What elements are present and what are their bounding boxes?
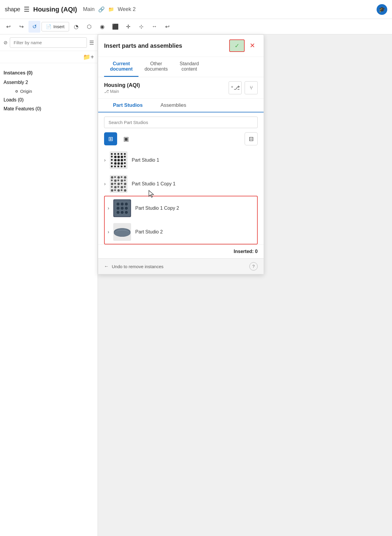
main-area: ⊘ ☰ 📁+ Instances (0) Assembly 2 Origin L… (0, 34, 392, 536)
list-item[interactable]: › Part Studio 1 (101, 148, 261, 172)
hamburger-icon[interactable]: ☰ (24, 6, 30, 13)
sphere-button[interactable]: ◉ (96, 21, 108, 33)
list-view-button[interactable]: ▣ (119, 132, 133, 145)
studio-4-name: Part Studio 2 (135, 229, 163, 235)
undo-bar: ← Undo to remove instances ? (98, 258, 264, 274)
studio-3-thumbnail (113, 199, 131, 217)
svg-point-4 (117, 207, 119, 210)
chevron-right-icon: › (104, 158, 106, 163)
undo-text: Undo to remove instances (112, 264, 246, 269)
add-folder-icon[interactable]: 📁+ (83, 53, 94, 61)
sidebar: ⊘ ☰ 📁+ Instances (0) Assembly 2 Origin L… (0, 34, 98, 536)
inserted-count: Inserted: 0 (234, 249, 258, 254)
branch-label: Main (83, 6, 95, 12)
list-view-icon[interactable]: ☰ (89, 39, 94, 46)
toolbar: ↩ ↪ ↺ 📄 Insert ◔ ⬡ ◉ ⬛ ✛ ⊹ ↔ ↩ (0, 19, 392, 34)
insert-panel: Insert parts and assemblies ✓ ✕ Currentd… (98, 34, 264, 274)
link-icon[interactable]: 🔗 (98, 6, 105, 13)
panel-footer: Inserted: 0 (98, 244, 264, 258)
folder-icon: 📁 (108, 7, 114, 12)
sidebar-content: Instances (0) Assembly 2 Origin Loads (0… (0, 63, 98, 536)
svg-point-1 (117, 203, 119, 206)
confirm-button[interactable]: ✓ (229, 39, 245, 52)
pie-chart-button[interactable]: ◔ (70, 21, 82, 33)
svg-point-2 (121, 203, 124, 206)
list-item[interactable]: › (105, 196, 257, 220)
doc-info: Housing (AQI) ⎇ Main ⁺⎇ ⑂ (98, 77, 264, 99)
document-title: Housing (AQI) (33, 6, 77, 13)
origin-label: Origin (20, 89, 32, 94)
instances-label: Instances (0) (4, 68, 94, 78)
loads-item[interactable]: Loads (0) (4, 96, 94, 104)
tab-standard-content[interactable]: Standardcontent (174, 57, 205, 77)
svg-point-5 (121, 207, 124, 210)
list-item[interactable]: › Part Studio 2 (105, 220, 257, 244)
doc-info-title: Housing (AQI) (104, 82, 140, 88)
studio-1-thumbnail (110, 151, 128, 169)
app-logo: shape (5, 6, 20, 13)
svg-point-9 (125, 211, 128, 214)
filter-input[interactable] (10, 37, 87, 48)
insert-button[interactable]: 📄 Insert (42, 22, 69, 31)
svg-point-7 (117, 211, 119, 214)
list-item[interactable]: › Part Studio 1 Copy 1 (101, 172, 261, 196)
chevron-right-icon: › (108, 229, 109, 235)
studio-4-thumbnail (113, 223, 131, 241)
branch-icon: ⎇ (104, 89, 109, 94)
mirror-button[interactable]: ↩ (162, 21, 173, 33)
add-branch-button[interactable]: ⁺⎇ (229, 81, 242, 94)
sub-tab-nav: Part Studios Assemblies (98, 99, 264, 112)
undo-button[interactable]: ↩ (2, 21, 14, 33)
svg-point-8 (121, 211, 124, 214)
panel-header: Insert parts and assemblies ✓ ✕ (98, 35, 264, 57)
studio-2-name: Part Studio 1 Copy 1 (132, 181, 176, 187)
tab-nav: Currentdocument Otherdocuments Standardc… (98, 57, 264, 77)
selection-box: › (104, 196, 258, 244)
mate-features-item[interactable]: Mate Features (0) (4, 104, 94, 113)
tab-assemblies[interactable]: Assemblies (152, 99, 195, 112)
header-bar: shape ☰ Housing (AQI) Main 🔗 📁 Week 2 🎓 (0, 0, 392, 19)
mate-label: Mate Features (0) (4, 106, 41, 112)
assembly-item[interactable]: Assembly 2 (4, 78, 94, 87)
insert-icon: 📄 (46, 24, 52, 29)
transform-button[interactable]: ↔ (149, 21, 160, 33)
loads-label: Loads (0) (4, 97, 24, 103)
svg-point-3 (125, 203, 128, 206)
undo-icon: ← (104, 264, 109, 269)
origin-item[interactable]: Origin (4, 87, 94, 96)
assembly-label: Assembly 2 (4, 80, 28, 85)
move-button[interactable]: ✛ (122, 21, 134, 33)
view-toggles: ⊞ ▣ ⊟ (98, 132, 264, 148)
chevron-right-icon: › (108, 206, 109, 211)
studio-3-name: Part Studio 1 Copy 2 (135, 206, 179, 211)
svg-point-6 (125, 207, 128, 210)
cube-button[interactable]: ⬛ (109, 21, 121, 33)
close-button[interactable]: ✕ (247, 40, 258, 51)
week-label: Week 2 (118, 6, 136, 12)
branch-history-button[interactable]: ⑂ (245, 81, 258, 94)
studio-1-name: Part Studio 1 (132, 158, 159, 163)
filter-icon: ⊘ (4, 40, 7, 45)
grid-view-button[interactable]: ⊞ (104, 132, 117, 145)
branch-name: Main (110, 89, 119, 94)
studio-search-input[interactable] (104, 117, 258, 128)
close-icon: ✕ (250, 42, 255, 50)
doc-info-actions: ⁺⎇ ⑂ (229, 81, 258, 94)
user-avatar[interactable]: 🎓 (377, 4, 387, 15)
sidebar-filter-bar: ⊘ ☰ (0, 34, 98, 51)
origin-dot (15, 90, 18, 93)
rotate-button[interactable]: ⊹ (136, 21, 147, 33)
doc-info-branch: ⎇ Main (104, 89, 140, 94)
select-all-button[interactable]: ⊟ (245, 132, 258, 145)
redo-button[interactable]: ↪ (15, 21, 27, 33)
studio-2-thumbnail (110, 175, 128, 193)
refresh-button[interactable]: ↺ (28, 21, 40, 33)
studio-list: › Part Studio 1 › (98, 148, 264, 244)
insert-label: Insert (53, 24, 65, 29)
tab-other-documents[interactable]: Otherdocuments (138, 57, 173, 77)
chevron-right-icon: › (104, 181, 106, 187)
help-icon[interactable]: ? (249, 262, 258, 271)
cylinder-button[interactable]: ⬡ (83, 21, 95, 33)
tab-current-document[interactable]: Currentdocument (104, 57, 138, 77)
tab-part-studios[interactable]: Part Studios (104, 99, 152, 112)
